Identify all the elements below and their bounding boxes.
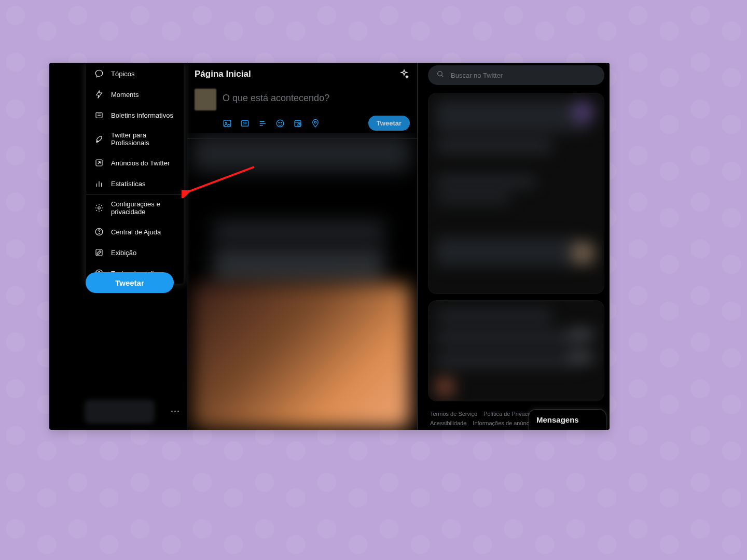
svg-rect-0 bbox=[96, 113, 102, 118]
feed-item-blurred bbox=[192, 135, 410, 172]
location-icon[interactable] bbox=[311, 119, 320, 128]
menu-label: Configurações e privacidade bbox=[111, 200, 175, 216]
compose-input[interactable]: O que está acontecendo? bbox=[223, 89, 329, 110]
menu-label: Anúncios do Twitter bbox=[111, 159, 170, 167]
compose-tweet-button[interactable]: Tweetar bbox=[368, 116, 410, 131]
svg-point-7 bbox=[98, 207, 101, 209]
gif-icon[interactable]: GIF bbox=[240, 119, 250, 128]
svg-line-28 bbox=[441, 75, 443, 77]
svg-point-26 bbox=[314, 121, 316, 123]
menu-label: Estatísticas bbox=[111, 180, 145, 188]
bar-chart-icon bbox=[94, 179, 104, 188]
menu-label: Tópicos bbox=[111, 70, 135, 78]
speech-bubble-icon bbox=[94, 69, 104, 78]
menu-item-professionals[interactable]: Twitter para Profissionais bbox=[86, 125, 184, 152]
newsletter-icon bbox=[94, 110, 104, 120]
menu-label: Twitter para Profissionais bbox=[111, 131, 175, 147]
menu-label: Central de Ajuda bbox=[111, 228, 161, 236]
menu-item-topics[interactable]: Tópicos bbox=[86, 63, 184, 84]
menu-label: Exibição bbox=[111, 249, 136, 257]
menu-item-help-center[interactable]: Central de Ajuda bbox=[86, 221, 184, 242]
timeline-feed-blurred bbox=[187, 133, 417, 430]
search-wrap bbox=[423, 63, 610, 90]
menu-item-ads[interactable]: Anúncios do Twitter bbox=[86, 152, 184, 173]
messages-title: Mensagens bbox=[536, 415, 579, 424]
svg-text:GIF: GIF bbox=[243, 122, 248, 125]
image-icon[interactable] bbox=[223, 119, 232, 128]
emoji-icon[interactable] bbox=[275, 119, 285, 128]
menu-item-analytics[interactable]: Estatísticas bbox=[86, 173, 184, 194]
feed-item-blurred bbox=[213, 221, 384, 242]
main-header: Página Inicial bbox=[187, 63, 417, 85]
footer-link[interactable]: Acessibilidade bbox=[430, 419, 466, 428]
svg-point-9 bbox=[99, 233, 99, 234]
menu-label: Moments bbox=[111, 91, 139, 99]
svg-point-20 bbox=[276, 120, 284, 127]
search-icon bbox=[436, 70, 445, 80]
side-panel-who-to-follow-blurred bbox=[428, 300, 604, 401]
footer-link[interactable]: Informações de anúncios bbox=[473, 419, 536, 428]
tweet-button-label: Tweetar bbox=[115, 278, 144, 287]
left-column: Tópicos Moments Boletins informativos Tw… bbox=[49, 63, 187, 430]
tweet-button[interactable]: Tweetar bbox=[86, 272, 174, 293]
menu-item-settings-privacy[interactable]: Configurações e privacidade bbox=[86, 194, 184, 221]
svg-point-27 bbox=[438, 72, 442, 76]
app-window: Tópicos Moments Boletins informativos Tw… bbox=[49, 63, 610, 430]
lightning-icon bbox=[94, 90, 104, 99]
top-tweets-sparkle-icon[interactable] bbox=[398, 68, 410, 80]
compose-row: O que está acontecendo? bbox=[187, 85, 417, 110]
compose-tweet-label: Tweetar bbox=[377, 119, 402, 127]
side-panel-trends-blurred bbox=[428, 93, 604, 294]
compose-attachment-icons: GIF bbox=[223, 119, 320, 128]
feed-image-blurred bbox=[192, 283, 410, 428]
account-switcher-blurred[interactable] bbox=[85, 400, 155, 424]
svg-rect-13 bbox=[224, 120, 231, 127]
user-avatar[interactable] bbox=[195, 89, 216, 110]
help-icon bbox=[94, 227, 104, 236]
rocket-icon bbox=[94, 134, 104, 144]
footer-link[interactable]: Termos de Serviço bbox=[430, 410, 477, 419]
more-menu-panel: Tópicos Moments Boletins informativos Tw… bbox=[86, 63, 184, 284]
svg-point-21 bbox=[279, 122, 280, 123]
menu-item-newsletters[interactable]: Boletins informativos bbox=[86, 105, 184, 125]
gear-icon bbox=[94, 203, 104, 213]
main-column: Página Inicial O que está acontecendo? G… bbox=[187, 63, 418, 430]
svg-point-22 bbox=[281, 122, 282, 123]
pencil-square-icon bbox=[94, 248, 104, 257]
search-box[interactable] bbox=[428, 65, 604, 85]
feed-item-blurred bbox=[213, 247, 384, 288]
account-menu-more-icon[interactable]: ··· bbox=[171, 405, 180, 416]
menu-item-display[interactable]: Exibição bbox=[86, 242, 184, 263]
poll-icon[interactable] bbox=[258, 119, 267, 128]
search-input[interactable] bbox=[451, 72, 596, 79]
svg-point-14 bbox=[226, 122, 227, 123]
menu-item-moments[interactable]: Moments bbox=[86, 84, 184, 105]
page-title: Página Inicial bbox=[195, 69, 251, 79]
messages-drawer[interactable]: Mensagens bbox=[529, 409, 606, 430]
arrow-up-right-icon bbox=[94, 158, 104, 167]
menu-label: Boletins informativos bbox=[111, 111, 173, 119]
schedule-icon[interactable] bbox=[293, 119, 302, 128]
right-column: Termos de Serviço Política de Privacidad… bbox=[423, 63, 610, 430]
